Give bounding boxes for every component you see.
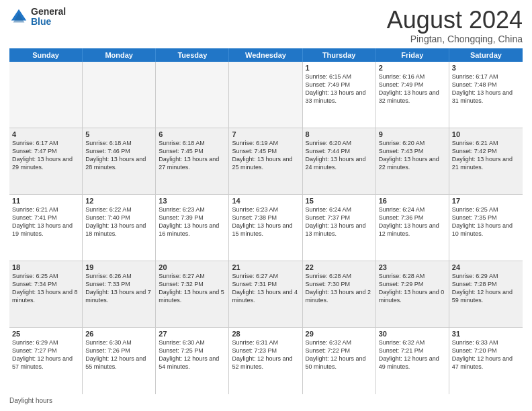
day-info: Sunrise: 6:30 AM Sunset: 7:25 PM Dayligh… [159, 338, 226, 371]
day-info: Sunrise: 6:25 AM Sunset: 7:34 PM Dayligh… [12, 272, 79, 305]
day-number: 25 [12, 330, 79, 338]
day-number: 30 [379, 330, 446, 338]
day-number: 10 [452, 130, 520, 138]
calendar-cell: 25Sunrise: 6:29 AM Sunset: 7:27 PM Dayli… [9, 328, 83, 394]
day-number: 1 [306, 64, 373, 72]
logo-blue: Blue [31, 17, 66, 27]
day-info: Sunrise: 6:25 AM Sunset: 7:35 PM Dayligh… [452, 205, 520, 238]
header: General Blue August 2024 Pingtan, Chongq… [9, 7, 523, 44]
calendar-cell: 21Sunrise: 6:27 AM Sunset: 7:31 PM Dayli… [229, 261, 302, 327]
logo-icon [9, 7, 28, 26]
calendar: SundayMondayTuesdayWednesdayThursdayFrid… [9, 48, 523, 394]
calendar-cell: 2Sunrise: 6:16 AM Sunset: 7:49 PM Daylig… [376, 62, 449, 128]
day-number: 3 [452, 64, 520, 72]
footer: Daylight hours [9, 397, 523, 404]
footer-label: Daylight hours [9, 397, 52, 404]
day-number: 11 [12, 197, 79, 205]
weekday-header-tuesday: Tuesday [156, 48, 229, 62]
calendar-cell: 7Sunrise: 6:19 AM Sunset: 7:45 PM Daylig… [229, 128, 302, 194]
day-number: 4 [12, 130, 79, 138]
calendar-cell [156, 62, 229, 128]
day-number: 29 [306, 330, 373, 338]
calendar-cell [229, 62, 302, 128]
day-number: 16 [379, 197, 446, 205]
day-number: 6 [159, 130, 226, 138]
day-info: Sunrise: 6:16 AM Sunset: 7:49 PM Dayligh… [379, 73, 446, 105]
day-number: 17 [452, 197, 520, 205]
calendar-cell: 31Sunrise: 6:33 AM Sunset: 7:20 PM Dayli… [449, 328, 523, 394]
day-info: Sunrise: 6:17 AM Sunset: 7:47 PM Dayligh… [12, 139, 79, 172]
logo-general: General [31, 7, 66, 17]
calendar-row: 18Sunrise: 6:25 AM Sunset: 7:34 PM Dayli… [9, 261, 523, 328]
weekday-header-monday: Monday [83, 48, 156, 62]
day-number: 18 [12, 263, 79, 271]
calendar-cell: 3Sunrise: 6:17 AM Sunset: 7:48 PM Daylig… [449, 62, 523, 128]
day-number: 5 [85, 130, 152, 138]
calendar-cell: 1Sunrise: 6:15 AM Sunset: 7:49 PM Daylig… [303, 62, 376, 128]
day-info: Sunrise: 6:22 AM Sunset: 7:40 PM Dayligh… [85, 205, 152, 238]
calendar-cell: 9Sunrise: 6:20 AM Sunset: 7:43 PM Daylig… [376, 128, 449, 194]
day-info: Sunrise: 6:21 AM Sunset: 7:42 PM Dayligh… [452, 139, 520, 172]
calendar-cell: 29Sunrise: 6:32 AM Sunset: 7:22 PM Dayli… [303, 328, 376, 394]
day-info: Sunrise: 6:17 AM Sunset: 7:48 PM Dayligh… [452, 73, 520, 105]
calendar-cell: 11Sunrise: 6:21 AM Sunset: 7:41 PM Dayli… [9, 195, 83, 261]
title-block: August 2024 Pingtan, Chongqing, China [387, 7, 523, 44]
day-info: Sunrise: 6:15 AM Sunset: 7:49 PM Dayligh… [306, 73, 373, 105]
day-number: 26 [85, 330, 152, 338]
day-number: 8 [306, 130, 373, 138]
logo-text: General Blue [31, 7, 66, 28]
calendar-cell: 6Sunrise: 6:18 AM Sunset: 7:45 PM Daylig… [156, 128, 229, 194]
calendar-cell: 19Sunrise: 6:26 AM Sunset: 7:33 PM Dayli… [83, 261, 156, 327]
day-number: 31 [452, 330, 520, 338]
day-info: Sunrise: 6:29 AM Sunset: 7:27 PM Dayligh… [12, 338, 79, 371]
calendar-row: 1Sunrise: 6:15 AM Sunset: 7:49 PM Daylig… [9, 62, 523, 128]
calendar-cell: 16Sunrise: 6:24 AM Sunset: 7:36 PM Dayli… [376, 195, 449, 261]
day-info: Sunrise: 6:19 AM Sunset: 7:45 PM Dayligh… [232, 139, 299, 172]
day-number: 28 [232, 330, 299, 338]
calendar-cell: 4Sunrise: 6:17 AM Sunset: 7:47 PM Daylig… [9, 128, 83, 194]
month-title: August 2024 [387, 7, 523, 34]
calendar-row: 11Sunrise: 6:21 AM Sunset: 7:41 PM Dayli… [9, 195, 523, 261]
calendar-cell: 28Sunrise: 6:31 AM Sunset: 7:23 PM Dayli… [229, 328, 302, 394]
day-info: Sunrise: 6:27 AM Sunset: 7:31 PM Dayligh… [232, 272, 299, 305]
calendar-cell: 22Sunrise: 6:28 AM Sunset: 7:30 PM Dayli… [303, 261, 376, 327]
location-subtitle: Pingtan, Chongqing, China [387, 34, 523, 44]
calendar-cell: 24Sunrise: 6:29 AM Sunset: 7:28 PM Dayli… [449, 261, 523, 327]
calendar-row: 25Sunrise: 6:29 AM Sunset: 7:27 PM Dayli… [9, 328, 523, 394]
calendar-header: SundayMondayTuesdayWednesdayThursdayFrid… [9, 48, 523, 62]
calendar-cell: 12Sunrise: 6:22 AM Sunset: 7:40 PM Dayli… [83, 195, 156, 261]
day-number: 22 [306, 263, 373, 271]
calendar-cell [83, 62, 156, 128]
calendar-row: 4Sunrise: 6:17 AM Sunset: 7:47 PM Daylig… [9, 128, 523, 195]
weekday-header-wednesday: Wednesday [229, 48, 302, 62]
day-number: 23 [379, 263, 446, 271]
day-info: Sunrise: 6:24 AM Sunset: 7:36 PM Dayligh… [379, 205, 446, 238]
logo: General Blue [9, 7, 66, 28]
day-info: Sunrise: 6:27 AM Sunset: 7:32 PM Dayligh… [159, 272, 226, 305]
weekday-header-thursday: Thursday [303, 48, 376, 62]
day-number: 7 [232, 130, 299, 138]
weekday-header-friday: Friday [376, 48, 449, 62]
day-info: Sunrise: 6:21 AM Sunset: 7:41 PM Dayligh… [12, 205, 79, 238]
day-info: Sunrise: 6:30 AM Sunset: 7:26 PM Dayligh… [85, 338, 152, 371]
calendar-cell: 26Sunrise: 6:30 AM Sunset: 7:26 PM Dayli… [83, 328, 156, 394]
page: General Blue August 2024 Pingtan, Chongq… [0, 0, 532, 411]
calendar-cell: 15Sunrise: 6:24 AM Sunset: 7:37 PM Dayli… [303, 195, 376, 261]
day-number: 27 [159, 330, 226, 338]
day-number: 9 [379, 130, 446, 138]
calendar-cell: 10Sunrise: 6:21 AM Sunset: 7:42 PM Dayli… [449, 128, 523, 194]
day-number: 20 [159, 263, 226, 271]
weekday-header-saturday: Saturday [449, 48, 523, 62]
day-info: Sunrise: 6:29 AM Sunset: 7:28 PM Dayligh… [452, 272, 520, 305]
calendar-cell: 8Sunrise: 6:20 AM Sunset: 7:44 PM Daylig… [303, 128, 376, 194]
day-info: Sunrise: 6:32 AM Sunset: 7:22 PM Dayligh… [306, 338, 373, 371]
day-info: Sunrise: 6:33 AM Sunset: 7:20 PM Dayligh… [452, 338, 520, 371]
day-number: 12 [85, 197, 152, 205]
day-number: 14 [232, 197, 299, 205]
calendar-cell: 23Sunrise: 6:28 AM Sunset: 7:29 PM Dayli… [376, 261, 449, 327]
day-number: 21 [232, 263, 299, 271]
day-number: 2 [379, 64, 446, 72]
calendar-cell: 13Sunrise: 6:23 AM Sunset: 7:39 PM Dayli… [156, 195, 229, 261]
calendar-cell: 17Sunrise: 6:25 AM Sunset: 7:35 PM Dayli… [449, 195, 523, 261]
day-info: Sunrise: 6:28 AM Sunset: 7:30 PM Dayligh… [306, 272, 373, 305]
